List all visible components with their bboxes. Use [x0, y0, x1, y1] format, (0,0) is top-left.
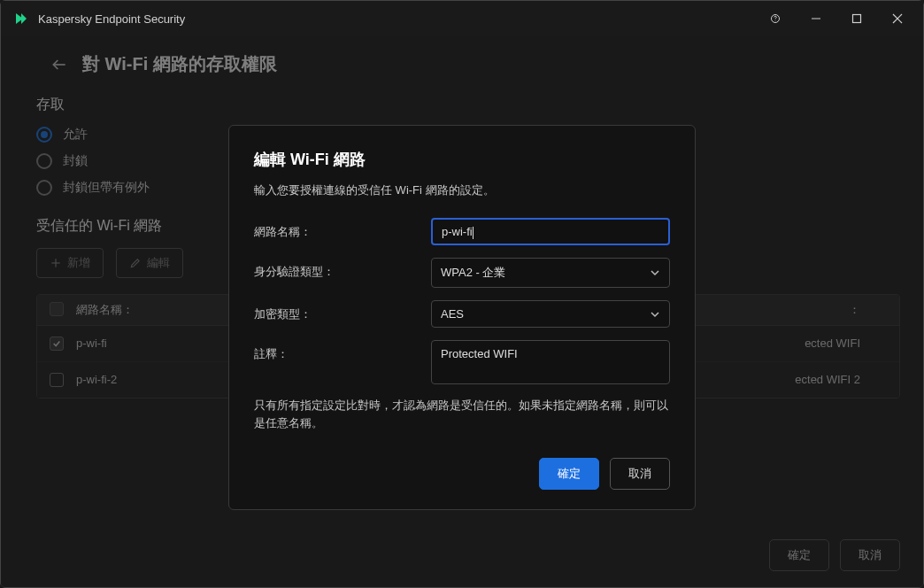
modal-cancel-button[interactable]: 取消: [610, 458, 670, 490]
label-enc-type: 加密類型：: [254, 300, 431, 322]
label-network-name: 網路名稱：: [254, 218, 431, 240]
titlebar: Kaspersky Endpoint Security: [1, 1, 923, 36]
app-logo-icon: [13, 11, 29, 27]
app-title: Kaspersky Endpoint Security: [38, 12, 755, 26]
modal-subtitle: 輸入您要授權連線的受信任 Wi-Fi 網路的設定。: [254, 182, 670, 198]
network-name-value: p-wi-fi: [442, 225, 473, 238]
enc-type-value: AES: [441, 307, 464, 321]
close-button[interactable]: [877, 1, 918, 36]
enc-type-select[interactable]: AES: [431, 300, 670, 328]
maximize-button[interactable]: [836, 1, 877, 36]
help-button[interactable]: [755, 1, 796, 36]
modal-footer: 確定 取消: [254, 458, 670, 490]
app-window: Kaspersky Endpoint Security 對 Wi-Fi 網路的存…: [0, 0, 924, 588]
svg-rect-2: [812, 19, 820, 19]
modal-overlay: 編輯 Wi-Fi 網路 輸入您要授權連線的受信任 Wi-Fi 網路的設定。 網路…: [1, 36, 923, 587]
auth-type-select[interactable]: WPA2 - 企業: [431, 258, 670, 288]
edit-wifi-modal: 編輯 Wi-Fi 網路 輸入您要授權連線的受信任 Wi-Fi 網路的設定。 網路…: [228, 125, 696, 510]
modal-title: 編輯 Wi-Fi 網路: [254, 149, 670, 170]
comment-value: Protected WIFI: [441, 347, 518, 360]
network-name-input[interactable]: p-wi-fi: [431, 218, 670, 245]
svg-point-1: [775, 20, 776, 21]
comment-textarea[interactable]: Protected WIFI: [431, 340, 670, 384]
svg-rect-3: [853, 15, 861, 23]
auth-type-value: WPA2 - 企業: [441, 265, 505, 281]
label-comment: 註釋：: [254, 340, 431, 362]
chevron-down-icon: [650, 267, 660, 278]
modal-ok-button[interactable]: 確定: [539, 458, 599, 490]
chevron-down-icon: [650, 309, 660, 320]
modal-note: 只有所有指定設定比對時，才認為網路是受信任的。如果未指定網路名稱，則可以是任意名…: [254, 397, 670, 431]
label-auth-type: 身分驗證類型：: [254, 258, 431, 280]
minimize-button[interactable]: [796, 1, 836, 36]
